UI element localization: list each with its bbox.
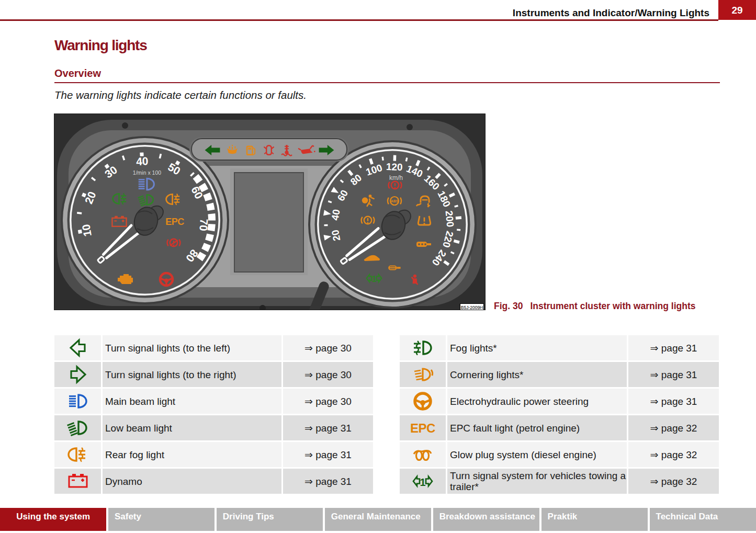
svg-text:1: 1 [372, 275, 377, 283]
svg-text:B5J-2009H: B5J-2009H [461, 305, 483, 310]
svg-text:ABS: ABS [391, 199, 399, 203]
svg-text:EPC: EPC [410, 421, 435, 435]
svg-text:40: 40 [136, 155, 148, 167]
svg-text:1/min x 100: 1/min x 100 [133, 169, 161, 176]
svg-text:EPC: EPC [165, 217, 184, 227]
svg-text:120: 120 [386, 161, 403, 173]
svg-text:1: 1 [420, 477, 425, 488]
svg-text:km/h: km/h [389, 174, 403, 182]
svg-text:200: 200 [444, 210, 456, 228]
svg-text:70: 70 [197, 218, 210, 231]
svg-text:40: 40 [329, 209, 342, 221]
svg-text:20: 20 [330, 229, 343, 242]
svg-text:10: 10 [80, 223, 94, 237]
